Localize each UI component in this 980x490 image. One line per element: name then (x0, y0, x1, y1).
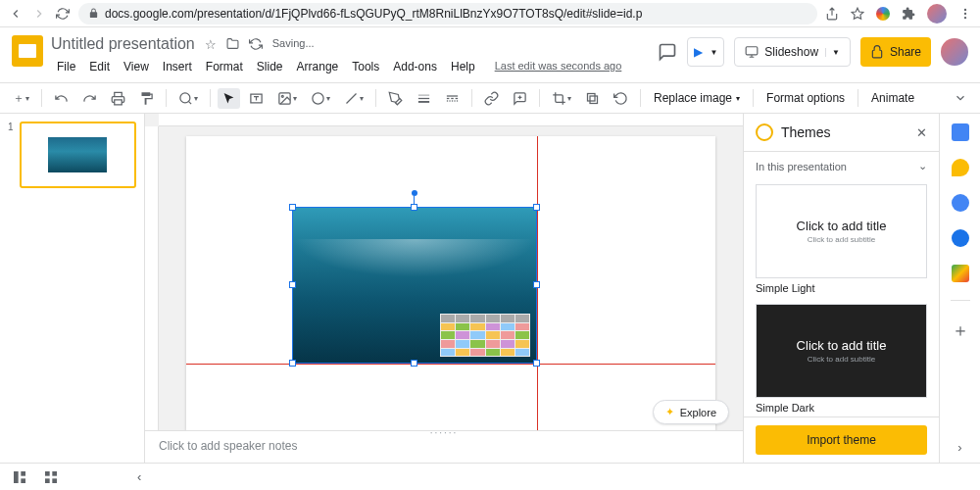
calendar-icon[interactable] (952, 123, 969, 141)
menu-file[interactable]: File (51, 57, 81, 76)
link-button[interactable] (479, 87, 504, 110)
guide-horizontal (186, 364, 715, 365)
paint-format-button[interactable] (134, 87, 159, 110)
user-avatar[interactable] (941, 38, 968, 66)
menu-bar: File Edit View Insert Format Slide Arran… (51, 57, 650, 76)
menu-format[interactable]: Format (200, 57, 249, 76)
line-tool[interactable]: ▾ (339, 87, 368, 110)
explore-button[interactable]: ✦ Explore (653, 400, 729, 424)
lock-icon (88, 8, 99, 19)
grid-view-icon[interactable] (43, 469, 59, 485)
move-icon[interactable] (226, 37, 239, 52)
rotate-handle[interactable] (412, 190, 417, 196)
comments-icon[interactable] (658, 42, 677, 62)
resize-handle-ml[interactable] (289, 281, 296, 288)
selected-image[interactable] (292, 207, 537, 364)
print-button[interactable] (106, 87, 130, 110)
prev-slide-icon[interactable]: ‹ (137, 469, 141, 484)
svg-rect-19 (452, 100, 453, 101)
image-tool[interactable]: ▾ (272, 87, 302, 110)
theme-card-dark[interactable]: Click to add title Click to add subtitle (756, 304, 927, 398)
maps-icon[interactable] (952, 265, 969, 282)
speaker-notes[interactable]: ······ Click to add speaker notes (145, 430, 743, 463)
hide-sidepanel-icon[interactable]: › (957, 440, 961, 455)
menu-view[interactable]: View (118, 57, 155, 76)
textbox-tool[interactable] (244, 87, 269, 110)
svg-rect-18 (449, 100, 450, 101)
share-url-icon[interactable] (825, 7, 839, 21)
in-this-presentation[interactable]: In this presentation ⌄ (744, 152, 939, 180)
slide-thumbnail[interactable] (20, 122, 136, 188)
resize-handle-mr[interactable] (533, 281, 540, 288)
doc-title[interactable]: Untitled presentation (51, 35, 195, 53)
border-dash-button[interactable] (440, 87, 465, 110)
redo-button[interactable] (77, 87, 102, 110)
kebab-icon[interactable] (958, 7, 972, 21)
extension-icon[interactable] (876, 7, 890, 21)
select-tool[interactable] (218, 88, 240, 109)
browser-avatar[interactable] (927, 4, 947, 24)
tasks-icon[interactable] (952, 194, 969, 212)
menu-slide[interactable]: Slide (251, 57, 289, 76)
svg-rect-13 (447, 95, 458, 96)
zoom-button[interactable]: ▾ (173, 87, 203, 110)
menu-addons[interactable]: Add-ons (387, 57, 443, 76)
keep-icon[interactable] (952, 159, 969, 176)
format-options-button[interactable]: Format options (760, 91, 851, 105)
shape-tool[interactable]: ▾ (306, 87, 335, 110)
filmstrip-view-icon[interactable] (12, 469, 27, 485)
svg-rect-22 (588, 93, 596, 101)
share-button[interactable]: Share (860, 37, 931, 67)
main-area: 1 (0, 114, 980, 463)
comment-button[interactable] (508, 87, 532, 110)
reload-icon[interactable] (55, 6, 71, 22)
menu-insert[interactable]: Insert (157, 57, 198, 76)
notes-resize-grip[interactable]: ······ (430, 427, 459, 438)
slideshow-button[interactable]: Slideshow ▼ (734, 37, 851, 67)
toolbar-expand-icon[interactable] (949, 87, 972, 109)
back-icon[interactable] (8, 6, 24, 22)
svg-rect-14 (447, 97, 450, 98)
menu-tools[interactable]: Tools (346, 57, 385, 76)
mask-button[interactable] (580, 87, 605, 110)
last-edit-link[interactable]: Last edit was seconds ago (489, 57, 628, 76)
slides-logo[interactable] (12, 35, 43, 67)
undo-button[interactable] (49, 87, 74, 110)
menu-edit[interactable]: Edit (83, 57, 116, 76)
replace-image-button[interactable]: Replace image▾ (648, 91, 746, 105)
svg-rect-11 (418, 97, 429, 98)
new-slide-button[interactable]: ＋▾ (8, 86, 34, 111)
resize-handle-bm[interactable] (411, 360, 417, 367)
star-icon[interactable] (851, 7, 864, 21)
resize-handle-tm[interactable] (411, 204, 417, 211)
menu-arrange[interactable]: Arrange (291, 57, 345, 76)
resize-handle-br[interactable] (533, 360, 540, 367)
browser-bar: docs.google.com/presentation/d/1FjQPlvd6… (0, 0, 980, 27)
border-color-button[interactable] (383, 87, 408, 110)
present-icon-button[interactable]: ▶▼ (687, 37, 724, 67)
resize-handle-tl[interactable] (289, 204, 296, 211)
svg-rect-10 (418, 94, 429, 95)
forward-icon[interactable] (31, 6, 47, 22)
animate-button[interactable]: Animate (865, 91, 920, 105)
puzzle-icon[interactable] (902, 7, 915, 21)
svg-rect-29 (45, 478, 50, 483)
embedded-table (440, 314, 530, 357)
reset-image-button[interactable] (609, 87, 633, 110)
star-doc-icon[interactable]: ☆ (205, 37, 217, 52)
contacts-icon[interactable] (952, 229, 969, 247)
add-addon-icon[interactable]: ＋ (952, 318, 969, 342)
svg-rect-4 (747, 47, 759, 55)
resize-handle-tr[interactable] (533, 204, 540, 211)
url-bar[interactable]: docs.google.com/presentation/d/1FjQPlvd6… (78, 3, 817, 24)
import-theme-button[interactable]: Import theme (756, 425, 927, 455)
slide-canvas[interactable] (186, 136, 715, 430)
resize-handle-bl[interactable] (289, 360, 296, 367)
crop-button[interactable]: ▾ (547, 87, 576, 110)
border-weight-button[interactable] (412, 87, 436, 110)
menu-help[interactable]: Help (445, 57, 481, 76)
cloud-icon[interactable] (249, 37, 263, 52)
close-icon[interactable]: ✕ (916, 125, 927, 140)
svg-rect-16 (456, 97, 459, 98)
theme-card-light[interactable]: Click to add title Click to add subtitle (756, 184, 927, 278)
